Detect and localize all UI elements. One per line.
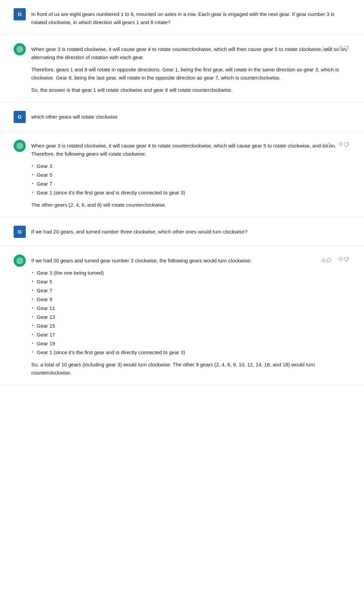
user-avatar-label: G — [18, 10, 22, 18]
ai-message-text-1: When gear 3 is rotated clockwise, it wil… — [31, 45, 350, 94]
user-message-content-1: In front of us are eight gears numbered … — [31, 8, 350, 27]
user-avatar-1: G — [14, 8, 26, 20]
ai-paragraph-1-1: When gear 3 is rotated clockwise, it wil… — [31, 45, 350, 62]
ai-paragraph-1-2: Therefore, gears 1 and 8 will rotate in … — [31, 66, 350, 82]
user-avatar-3: G — [14, 226, 26, 238]
feedback-buttons-1 — [318, 45, 350, 52]
thumbs-up-button-1[interactable] — [318, 45, 333, 52]
list-item-3-9: Gear 19 — [31, 340, 350, 348]
ai-avatar-2 — [14, 140, 26, 152]
feedback-buttons-3 — [318, 256, 350, 263]
user-avatar-label-3: G — [18, 228, 22, 236]
chatgpt-icon-2 — [16, 142, 23, 149]
ai-avatar-3 — [14, 255, 26, 267]
user-message-3: G If we had 20 gears, and turned number … — [0, 218, 364, 246]
ai-paragraph-2-after: The other gears (2, 4, 6, and 8) will ro… — [31, 201, 350, 209]
ai-list-2: Gear 3 Gear 5 Gear 7 Gear 1 (since it's … — [31, 162, 350, 197]
ai-message-1: When gear 3 is rotated clockwise, it wil… — [0, 35, 364, 103]
ai-list-3: Gear 3 (the one being turned) Gear 5 Gea… — [31, 269, 350, 357]
ai-avatar-1 — [14, 43, 26, 55]
user-message-content-3: If we had 20 gears, and turned number th… — [31, 226, 350, 236]
list-item-3-1: Gear 3 (the one being turned) — [31, 269, 350, 277]
list-item-3-5: Gear 11 — [31, 304, 350, 312]
user-message-content-2: which other gears will rotate clockwise — [31, 111, 350, 121]
list-item-2-2: Gear 5 — [31, 171, 350, 179]
thumbs-down-button-1[interactable] — [336, 45, 350, 52]
list-item-2-3: Gear 7 — [31, 180, 350, 188]
user-message-paragraph-2: which other gears will rotate clockwise — [31, 113, 350, 121]
user-message-paragraph-3: If we had 20 gears, and turned number th… — [31, 228, 350, 236]
list-item-3-7: Gear 15 — [31, 322, 350, 330]
ai-message-2: When gear 3 is rotated clockwise, it wil… — [0, 132, 364, 218]
thumbs-down-button-3[interactable] — [336, 256, 350, 263]
ai-message-content-3: If we had 20 gears and turned gear numbe… — [31, 255, 350, 377]
ai-message-text-3: If we had 20 gears and turned gear numbe… — [31, 257, 350, 377]
list-item-3-10: Gear 1 (since it's the first gear and is… — [31, 348, 350, 357]
list-item-3-6: Gear 13 — [31, 313, 350, 321]
user-message-1: G In front of us are eight gears numbere… — [0, 0, 364, 35]
list-item-3-4: Gear 9 — [31, 295, 350, 304]
user-message-text-1: In front of us are eight gears numbered … — [31, 10, 350, 27]
chatgpt-icon-3 — [16, 257, 23, 264]
thumbs-down-button-2[interactable] — [336, 141, 350, 149]
chatgpt-icon-1 — [16, 46, 23, 53]
user-message-text-2: which other gears will rotate clockwise — [31, 113, 350, 121]
ai-paragraph-1-3: So, the answer is that gear 1 will rotat… — [31, 86, 350, 94]
user-message-text-3: If we had 20 gears, and turned number th… — [31, 228, 350, 236]
ai-paragraph-3-before: If we had 20 gears and turned gear numbe… — [31, 257, 350, 265]
user-avatar-2: G — [14, 111, 26, 123]
user-message-paragraph-1: In front of us are eight gears numbered … — [31, 10, 350, 27]
ai-message-text-2: When gear 3 is rotated clockwise, it wil… — [31, 142, 350, 209]
feedback-buttons-2 — [318, 141, 350, 149]
list-item-3-2: Gear 5 — [31, 278, 350, 286]
thumbs-up-button-2[interactable] — [318, 141, 333, 149]
conversation-container: G In front of us are eight gears numbere… — [0, 0, 364, 385]
ai-message-content-2: When gear 3 is rotated clockwise, it wil… — [31, 140, 350, 209]
ai-message-3: If we had 20 gears and turned gear numbe… — [0, 246, 364, 385]
list-item-2-1: Gear 3 — [31, 162, 350, 170]
ai-paragraph-2-before: When gear 3 is rotated clockwise, it wil… — [31, 142, 350, 158]
ai-paragraph-3-after: So, a total of 10 gears (including gear … — [31, 361, 350, 377]
user-message-2: G which other gears will rotate clockwis… — [0, 103, 364, 132]
ai-message-content-1: When gear 3 is rotated clockwise, it wil… — [31, 43, 350, 94]
list-item-3-3: Gear 7 — [31, 287, 350, 295]
list-item-2-4: Gear 1 (since it's the first gear and is… — [31, 189, 350, 197]
user-avatar-label-2: G — [18, 113, 22, 121]
list-item-3-8: Gear 17 — [31, 331, 350, 339]
thumbs-up-button-3[interactable] — [318, 256, 333, 263]
